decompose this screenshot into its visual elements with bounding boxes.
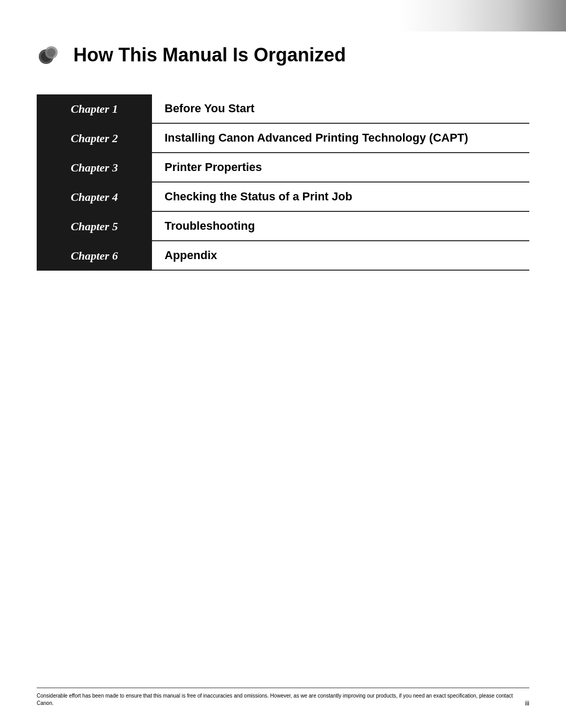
- chapter-2-content: Installing Canon Advanced Printing Techn…: [152, 124, 529, 153]
- chapter-4-content: Checking the Status of a Print Job: [152, 183, 529, 212]
- chapter-1-title: Before You Start: [165, 102, 517, 115]
- page-number: iii: [525, 700, 529, 707]
- chapter-row-1: Chapter 1 Before You Start: [37, 94, 529, 124]
- chapter-row-4: Chapter 4 Checking the Status of a Print…: [37, 183, 529, 212]
- chapter-row-2: Chapter 2 Installing Canon Advanced Prin…: [37, 124, 529, 153]
- chapter-5-content: Troubleshooting: [152, 212, 529, 241]
- page-title: How This Manual Is Organized: [73, 44, 346, 66]
- chapter-4-title: Checking the Status of a Print Job: [165, 190, 517, 204]
- chapter-6-title: Appendix: [165, 249, 517, 262]
- chapter-5-title: Troubleshooting: [165, 219, 517, 233]
- canon-icon: [37, 42, 63, 68]
- svg-point-3: [47, 48, 56, 57]
- chapter-6-content: Appendix: [152, 241, 529, 271]
- chapter-1-label: Chapter 1: [37, 94, 152, 124]
- chapters-container: Chapter 1 Before You Start Chapter 2 Ins…: [0, 94, 566, 271]
- chapter-3-title: Printer Properties: [165, 160, 517, 174]
- top-decorative-bar: [398, 0, 566, 31]
- chapter-5-label: Chapter 5: [37, 212, 152, 241]
- chapter-4-label: Chapter 4: [37, 183, 152, 212]
- chapter-row-6: Chapter 6 Appendix: [37, 241, 529, 271]
- footer-disclaimer: Considerable effort has been made to ens…: [37, 692, 529, 707]
- chapter-1-content: Before You Start: [152, 94, 529, 124]
- chapter-3-content: Printer Properties: [152, 153, 529, 183]
- page-container: How This Manual Is Organized Chapter 1 B…: [0, 0, 566, 728]
- chapter-2-label: Chapter 2: [37, 124, 152, 153]
- chapter-3-label: Chapter 3: [37, 153, 152, 183]
- chapter-row-5: Chapter 5 Troubleshooting: [37, 212, 529, 241]
- chapter-2-title: Installing Canon Advanced Printing Techn…: [165, 131, 517, 145]
- chapter-6-label: Chapter 6: [37, 241, 152, 271]
- footer: Considerable effort has been made to ens…: [37, 688, 529, 707]
- chapter-row-3: Chapter 3 Printer Properties: [37, 153, 529, 183]
